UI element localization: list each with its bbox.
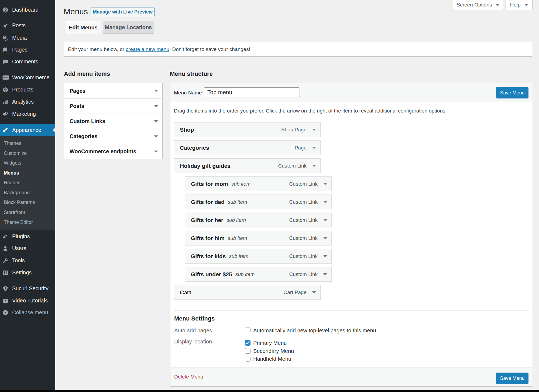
svg-text:S: S	[4, 287, 6, 290]
svg-text:Woo: Woo	[3, 76, 9, 79]
